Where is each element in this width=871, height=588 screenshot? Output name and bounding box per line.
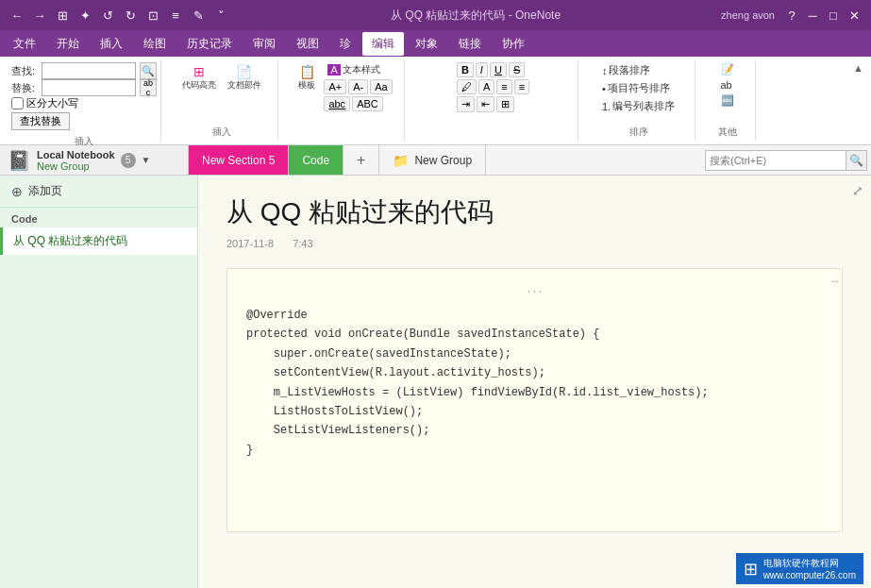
title-bar-left: ← → ⊞ ✦ ↺ ↻ ⊡ ≡ ✎ ˅ [8,6,230,25]
minimize-button[interactable]: ─ [803,6,822,25]
code-highlight-group: ⊞ 代码高亮 📄 文档部件 插入 [165,60,278,141]
user-label: zheng avon [721,9,775,21]
tab-new-section[interactable]: New Section 5 [189,145,289,175]
numbered-sort-btn[interactable]: 1. 编号列表排序 [598,98,678,114]
undo-icon[interactable]: ↺ [98,6,117,25]
search-button[interactable]: 🔍 [846,150,867,171]
uppercase-btn[interactable]: ABC [352,96,383,111]
find-input[interactable] [42,62,136,79]
case-checkbox[interactable] [11,97,24,109]
redo-icon[interactable]: ↻ [121,6,140,25]
section-bar: 📓 Local Notebook New Group 5 ▼ New Secti… [0,145,871,176]
notebook-badge: 5 [121,153,136,168]
italic-btn[interactable]: I [476,62,488,77]
font-format-group: B I U S 🖊 A ≡ ≡ ⇥ ⇤ ⊞ [409,60,578,141]
sort-group-label: 排序 [629,124,648,139]
close-button[interactable]: ✕ [845,6,863,25]
menu-link[interactable]: 链接 [449,32,491,56]
outdent-btn[interactable]: ⇤ [477,96,494,112]
menu-view[interactable]: 视图 [287,32,328,56]
table-btn[interactable]: ⊞ [496,96,514,112]
code-line-0: @Override [246,306,823,325]
edit-icon[interactable]: ✎ [189,6,208,25]
tab-add[interactable]: + [343,145,379,175]
strikethrough-btn[interactable]: S [509,62,525,77]
font-size-small-btn[interactable]: A- [348,79,368,94]
back-icon[interactable]: ← [8,6,26,25]
menu-rare[interactable]: 珍 [330,32,360,56]
align-center-btn[interactable]: ≡ [514,79,529,94]
bold-btn[interactable]: B [457,62,474,77]
case-row: 区分大小写 [11,96,157,110]
code-dots: ··· [246,284,823,300]
template-group: 📋 模板 A 文本样式 A+ A- Aa abc ABC [282,60,405,141]
other-btn2[interactable]: ab [717,78,738,92]
find-button[interactable]: 🔍 [140,62,157,79]
title-bar: ← → ⊞ ✦ ↺ ↻ ⊡ ≡ ✎ ˅ 从 QQ 粘贴过来的代码 - OneNo… [0,0,871,30]
menu-object[interactable]: 对象 [406,32,447,56]
code-highlight-btn[interactable]: ⊞ 代码高亮 [178,62,220,93]
code-line-8: SetListViewListeners(); [246,421,823,440]
font-color-btn[interactable]: A [478,79,494,94]
tab-new-group[interactable]: 📁 New Group [379,145,486,175]
layout-icon[interactable]: ⊡ [143,6,162,25]
expand-btn[interactable]: ⤢ [852,183,863,198]
help-icon[interactable]: ? [782,6,801,25]
replace-input[interactable] [42,79,136,96]
font-size-large-btn[interactable]: A+ [324,79,346,94]
highlight-btn[interactable]: 🖊 [457,79,477,94]
sort-group: ↕ 段落排序 • 项目符号排序 1. 编号列表排序 排序 [582,60,695,141]
page-item-0[interactable]: 从 QQ 粘贴过来的代码 [0,227,197,255]
main-area: ⊕ 添加页 Code 从 QQ 粘贴过来的代码 ⤢ 从 QQ 粘贴过来的代码 2… [0,176,871,588]
dropdown-icon[interactable]: ˅ [211,6,230,25]
lowercase-btn[interactable]: abc [324,96,350,111]
menu-history[interactable]: 历史记录 [177,32,242,56]
replace-icon-btn[interactable]: abc [140,79,157,96]
find-label: 查找: [11,64,38,78]
other-btn1[interactable]: 📝 [717,62,738,76]
page-time: 7:43 [293,238,312,249]
menu-icon[interactable]: ≡ [166,6,185,25]
text-style-btn[interactable]: A 文本样式 [324,62,392,77]
menu-review[interactable]: 审阅 [243,32,285,56]
align-left-btn[interactable]: ≡ [496,79,511,94]
replace-label: 替换: [11,81,38,95]
notebook-name: Local Notebook [37,149,115,160]
notebook-info[interactable]: 📓 Local Notebook New Group 5 ▼ [0,145,189,175]
notebook-dropdown-icon[interactable]: ▼ [142,155,151,165]
find-replace-button[interactable]: 查找替换 [11,112,70,130]
star-icon[interactable]: ✦ [75,6,94,25]
page-date: 2017-11-8 [226,238,274,249]
tab-code[interactable]: Code [289,145,343,175]
case-btn[interactable]: Aa [370,79,392,94]
add-page-button[interactable]: ⊕ 添加页 [0,176,197,208]
template-btn[interactable]: 📋 模板 [293,62,320,93]
notebook-icon-tb[interactable]: ⊞ [53,6,72,25]
forward-icon[interactable]: → [30,6,49,25]
watermark: ⊞ 电脑软硬件教程网 www.computer26.com [736,553,863,584]
para-sort-btn[interactable]: ↕ 段落排序 [598,62,678,78]
code-line-9: } [246,441,823,460]
other-group-label: 其他 [718,124,737,139]
ribbon-collapse-btn[interactable]: ▲ [853,60,863,74]
indent-btn[interactable]: ⇥ [457,96,475,112]
code-block: ··· ↔ @Override protected void onCreate(… [226,268,843,532]
watermark-text: 电脑软硬件教程网 www.computer26.com [763,557,856,580]
underline-btn[interactable]: U [490,62,507,77]
search-input[interactable] [705,150,846,171]
search-box: 🔍 [705,145,871,175]
menu-edit[interactable]: 编辑 [362,32,404,56]
code-line-3: setContentView(R.layout.activity_hosts); [246,363,823,382]
code-expand-icon[interactable]: ↔ [831,273,838,291]
doc-parts-btn[interactable]: 📄 文档部件 [224,62,265,93]
menu-start[interactable]: 开始 [47,32,89,56]
bullet-sort-btn[interactable]: • 项目符号排序 [598,80,678,96]
other-btn3[interactable]: 🔤 [717,93,738,108]
menu-draw[interactable]: 绘图 [134,32,176,56]
menu-insert[interactable]: 插入 [91,32,132,56]
plus-icon: ⊕ [11,184,23,199]
menu-collab[interactable]: 协作 [493,32,534,56]
code-line-1: protected void onCreate(Bundle savedInst… [246,325,823,344]
maximize-button[interactable]: □ [824,6,843,25]
menu-file[interactable]: 文件 [4,32,45,56]
